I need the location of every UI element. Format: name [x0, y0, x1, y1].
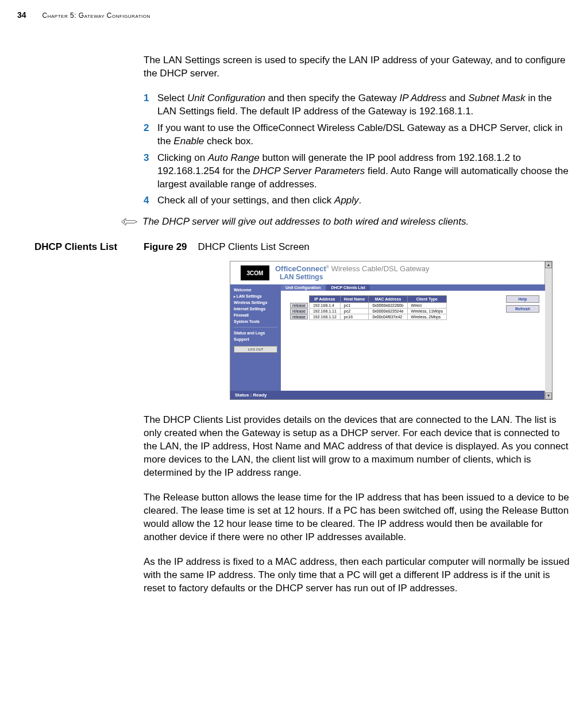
text: Clicking on	[157, 152, 208, 163]
step-number: 2	[144, 122, 157, 148]
logout-button[interactable]: LOG OUT	[234, 346, 277, 353]
note-text: The DHCP server will give out addresses …	[142, 215, 469, 229]
figure-caption: Figure 29 DHCP Clients List Screen	[144, 241, 310, 253]
step-1: 1 Select Unit Configuration and then spe…	[144, 92, 570, 118]
pane-title: LAN Settings	[280, 273, 429, 281]
table-row: release 192.168.1.4 pc1 0x0000e822280b W…	[287, 303, 447, 309]
step-number: 1	[144, 92, 157, 118]
brand-rest: Wireless Cable/DSL Gateway	[331, 264, 430, 273]
col-host: Host Name	[340, 296, 369, 303]
step-body: Clicking on Auto Range button will gener…	[157, 152, 570, 191]
text: and then specify the Gateway	[265, 93, 399, 103]
refresh-button[interactable]: Refresh	[506, 305, 539, 313]
cell-mac: 0x0000e823524e	[369, 309, 407, 314]
col-type: Client Type	[407, 296, 447, 303]
sidebar-divider	[234, 327, 277, 328]
col-blank	[287, 296, 309, 303]
help-button[interactable]: Help	[506, 295, 539, 303]
cell-mac: 0x0000e822280b	[369, 303, 407, 309]
dhcp-clients-table: IP Address Host Name MAC Address Client …	[287, 295, 447, 320]
text: Check all of your settings, and then cli…	[157, 195, 334, 206]
release-button[interactable]: release	[290, 309, 308, 314]
section-heading: DHCP Clients List	[34, 241, 138, 253]
release-button[interactable]: release	[290, 314, 308, 319]
figure-label: Figure 29	[144, 241, 187, 252]
router-ui-window: ▴ ▾ 3COM OfficeConnect® Wireless Cable/D…	[230, 261, 553, 400]
step-body: Check all of your settings, and then cli…	[157, 194, 570, 207]
cell-host: pc2	[340, 309, 369, 314]
intro-paragraph: The LAN Settings screen is used to speci…	[144, 54, 570, 80]
italic: Enable	[173, 136, 204, 147]
figure-screenshot: ▴ ▾ 3COM OfficeConnect® Wireless Cable/D…	[230, 261, 570, 400]
cell-host: pc16	[340, 314, 369, 320]
sidebar-item-support[interactable]: Support	[230, 336, 281, 342]
figure-title: DHCP Clients List Screen	[198, 241, 310, 252]
sidebar-item-lan-settings[interactable]: LAN Settings	[230, 293, 281, 299]
scroll-up-icon[interactable]: ▴	[545, 261, 552, 268]
tab-unit-configuration[interactable]: Unit Configuration	[281, 284, 325, 291]
release-button[interactable]: release	[290, 303, 308, 308]
logo-text: 3COM	[241, 265, 269, 280]
sidebar-item-wireless-settings[interactable]: Wireless Settings	[230, 299, 281, 306]
step-body: Select Unit Configuration and then speci…	[157, 92, 570, 118]
info-icon: i	[121, 217, 138, 230]
scrollbar[interactable]: ▴ ▾	[544, 261, 552, 399]
italic: Auto Range	[208, 152, 260, 163]
content-pane: Unit Configuration DHCP Clients List Hel…	[281, 284, 545, 391]
cell-type: Wireless, 2Mbps	[407, 314, 447, 320]
step-2: 2 If you want to use the OfficeConnect W…	[144, 122, 570, 148]
chapter-title: Chapter 5: Gateway Configuration	[43, 11, 150, 20]
italic: Apply	[334, 195, 359, 206]
step-number: 3	[144, 152, 157, 191]
cell-mac: 0x00c04f837e42	[369, 314, 407, 320]
brand-bold: OfficeConnect	[275, 264, 326, 273]
sidebar-item-internet-settings[interactable]: Internet Settings	[230, 306, 281, 312]
action-buttons: Help Refresh	[506, 295, 539, 315]
tab-content: Help Refresh IP Address Host Name MAC Ad…	[281, 291, 545, 386]
figure-heading-row: DHCP Clients List Figure 29 DHCP Clients…	[144, 241, 570, 253]
running-header: 34 Chapter 5: Gateway Configuration	[17, 10, 570, 20]
italic: Subnet Mask	[468, 93, 525, 103]
text: check box.	[204, 136, 253, 147]
step-list: 1 Select Unit Configuration and then spe…	[144, 92, 570, 208]
cell-host: pc1	[340, 303, 369, 309]
step-body: If you want to use the OfficeConnect Wir…	[157, 122, 570, 148]
text: .	[359, 195, 362, 206]
cell-ip: 192.168.1.11	[309, 309, 340, 314]
main-column: The LAN Settings screen is used to speci…	[144, 54, 570, 595]
italic: Unit Configuration	[187, 93, 265, 103]
text: Select	[157, 93, 187, 103]
text: and	[446, 93, 468, 103]
scroll-down-icon[interactable]: ▾	[545, 392, 552, 399]
sidebar: Welcome LAN Settings Wireless Settings I…	[230, 284, 281, 391]
col-ip: IP Address	[309, 296, 340, 303]
svg-text:i: i	[123, 219, 125, 225]
step-number: 4	[144, 194, 157, 207]
italic: IP Address	[399, 93, 446, 103]
step-3: 3 Clicking on Auto Range button will gen…	[144, 152, 570, 191]
sidebar-item-firewall[interactable]: Firewall	[230, 312, 281, 318]
brand-title: OfficeConnect® Wireless Cable/DSL Gatewa…	[275, 264, 429, 282]
tab-dhcp-clients-list[interactable]: DHCP Clients List	[326, 284, 369, 291]
body-paragraph-1: The DHCP Clients List provides details o…	[144, 414, 570, 480]
body-paragraph-3: As the IP address is fixed to a MAC addr…	[144, 556, 570, 595]
ui-header: 3COM OfficeConnect® Wireless Cable/DSL G…	[230, 261, 552, 284]
page-number: 34	[17, 10, 26, 20]
body-paragraph-2: The Release button allows the lease time…	[144, 491, 570, 544]
italic: DHCP Server Parameters	[253, 165, 365, 176]
table-row: release 192.168.1.11 pc2 0x0000e823524e …	[287, 309, 447, 314]
sidebar-item-system-tools[interactable]: System Tools	[230, 318, 281, 325]
ui-body: Welcome LAN Settings Wireless Settings I…	[230, 284, 545, 391]
step-4: 4 Check all of your settings, and then c…	[144, 194, 570, 207]
tabs: Unit Configuration DHCP Clients List	[281, 284, 545, 291]
cell-ip: 192.168.1.4	[309, 303, 340, 309]
status-bar: Status : Ready	[230, 391, 545, 399]
table-header-row: IP Address Host Name MAC Address Client …	[287, 296, 447, 303]
sidebar-item-status-logs[interactable]: Status and Logs	[230, 330, 281, 336]
col-mac: MAC Address	[369, 296, 407, 303]
sidebar-item-welcome[interactable]: Welcome	[230, 287, 281, 293]
info-note: i The DHCP server will give out addresse…	[121, 215, 570, 230]
cell-type: Wireless, 11Mbps	[407, 309, 447, 314]
page: 34 Chapter 5: Gateway Configuration The …	[0, 0, 587, 630]
logo-3com: 3COM	[241, 265, 275, 280]
